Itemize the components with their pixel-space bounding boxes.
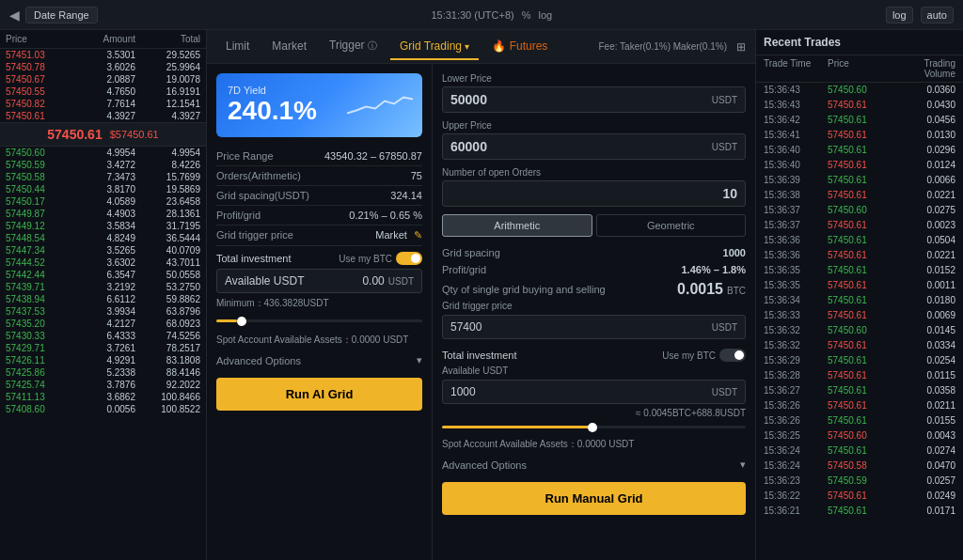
- trade-time: 15:36:33: [764, 310, 828, 320]
- open-orders-input[interactable]: 10: [442, 180, 746, 207]
- trade-time: 15:36:36: [764, 235, 828, 245]
- bid-row[interactable]: 57426.114.929183.1808: [0, 354, 206, 366]
- manual-invest-input[interactable]: 1000 USDT: [442, 380, 746, 404]
- tab-grid-trading[interactable]: Grid Trading ▾: [390, 34, 479, 60]
- ask-row[interactable]: 57451.033.530129.5265: [0, 49, 206, 61]
- bid-row[interactable]: 57449.874.490328.1361: [0, 208, 206, 220]
- ai-profit-grid-row: Profit/grid 0.21% – 0.65 %: [216, 206, 422, 226]
- trade-time: 15:36:34: [764, 295, 828, 305]
- bid-row[interactable]: 57438.946.611259.8862: [0, 293, 206, 305]
- bid-row[interactable]: 57437.533.993463.8796: [0, 305, 206, 318]
- bid-row[interactable]: 57408.600.0056100.8522: [0, 403, 206, 415]
- upper-price-input[interactable]: 60000 USDT: [442, 133, 746, 160]
- tab-market[interactable]: Market: [262, 34, 316, 60]
- bid-price: 57425.86: [6, 367, 71, 378]
- ai-slider-thumb[interactable]: [237, 317, 246, 326]
- bid-row[interactable]: 57429.713.726178.2517: [0, 342, 206, 354]
- ai-use-btc-toggle[interactable]: [396, 252, 422, 265]
- ai-available-usdt-input[interactable]: Available USDT 0.00 USDT: [216, 269, 422, 293]
- ai-advanced-options-row[interactable]: Advanced Options ▾: [216, 349, 422, 372]
- manual-qty-unit: BTC: [727, 286, 746, 296]
- tab-trigger[interactable]: Trigger ⓘ: [320, 33, 387, 60]
- tab-limit[interactable]: Limit: [216, 34, 259, 60]
- bid-row[interactable]: 57442.446.354750.0558: [0, 269, 206, 281]
- trade-row: 15:36:3257450.610.0334: [756, 338, 963, 353]
- bid-row[interactable]: 57450.443.817019.5869: [0, 183, 206, 195]
- lower-price-input[interactable]: 50000 USDT: [442, 86, 746, 113]
- bid-amount: 3.9934: [71, 306, 135, 317]
- bid-amount: 6.6112: [71, 294, 135, 304]
- bid-row[interactable]: 57439.713.219253.2750: [0, 281, 206, 293]
- bid-row[interactable]: 57448.544.824936.5444: [0, 232, 206, 244]
- manual-advanced-options-row[interactable]: Advanced Options ▾: [442, 453, 746, 476]
- bid-row[interactable]: 57450.587.347315.7699: [0, 171, 206, 183]
- bid-total: 53.2750: [135, 282, 200, 292]
- manual-use-btc-toggle[interactable]: .toggle-switch.off::after { left: 2px; r…: [719, 349, 746, 362]
- run-manual-grid-button[interactable]: Run Manual Grid: [442, 482, 746, 515]
- bid-row[interactable]: 57450.593.42728.4226: [0, 159, 206, 171]
- ask-total: 12.1541: [135, 99, 200, 109]
- ask-price: 57450.61: [6, 111, 71, 121]
- bid-row[interactable]: 57449.123.583431.7195: [0, 220, 206, 232]
- bid-row[interactable]: 57450.174.058923.6458: [0, 195, 206, 208]
- bid-row[interactable]: 57444.523.630243.7011: [0, 257, 206, 269]
- ask-row[interactable]: 57450.554.765016.9191: [0, 86, 206, 98]
- back-icon[interactable]: ◀: [9, 8, 20, 23]
- bid-total: 4.9954: [135, 148, 200, 158]
- manual-invest-unit: USDT: [712, 387, 737, 397]
- bid-amount: 3.7261: [71, 343, 135, 353]
- edit-icon[interactable]: ✎: [414, 229, 422, 241]
- bid-row[interactable]: 57425.743.787692.2022: [0, 379, 206, 391]
- trade-row: 15:36:2557450.600.0043: [756, 428, 963, 443]
- trade-price: 57450.61: [828, 280, 892, 290]
- trade-time: 15:36:39: [764, 175, 828, 185]
- trades-col-header: Trade Time Price Trading Volume: [756, 55, 963, 83]
- ask-row[interactable]: 57450.827.761412.1541: [0, 98, 206, 110]
- bid-row[interactable]: 57425.865.233888.4146: [0, 366, 206, 379]
- trade-volume: 0.0043: [892, 430, 955, 441]
- grid-trigger-input[interactable]: 57400 USDT: [442, 315, 746, 339]
- bid-amount: 0.0056: [71, 404, 135, 414]
- trades-container: 15:36:4357450.600.036015:36:4357450.610.…: [756, 83, 963, 519]
- bid-row[interactable]: 57450.604.99544.9954: [0, 147, 206, 159]
- trade-volume: 0.0249: [892, 490, 955, 501]
- bid-amount: 3.6302: [71, 257, 135, 268]
- bid-total: 40.0709: [135, 245, 200, 256]
- ai-profit-grid-label: Profit/grid: [216, 210, 260, 221]
- bid-amount: 4.9954: [71, 148, 135, 158]
- date-range-button[interactable]: Date Range: [25, 7, 98, 23]
- bid-total: 31.7195: [135, 221, 200, 231]
- run-ai-grid-button[interactable]: Run AI Grid: [216, 378, 422, 411]
- manual-profit-grid-value: 1.46% – 1.8%: [682, 264, 747, 275]
- ai-slider-container[interactable]: [216, 310, 422, 332]
- ai-use-my-btc-label: Use my BTC: [339, 254, 392, 264]
- time-display: 15:31:30 (UTC+8): [431, 9, 513, 21]
- arithmetic-button[interactable]: Arithmetic: [442, 214, 592, 237]
- tab-futures[interactable]: 🔥 Futures: [482, 34, 557, 60]
- trade-volume: 0.0254: [892, 355, 955, 366]
- manual-slider-thumb[interactable]: [588, 423, 597, 432]
- bid-row[interactable]: 57435.204.212768.0923: [0, 318, 206, 330]
- trade-time: 15:36:26: [764, 400, 828, 411]
- bid-row[interactable]: 57430.336.433374.5256: [0, 330, 206, 342]
- log-button[interactable]: log: [886, 7, 913, 23]
- bid-row[interactable]: 57411.133.6862100.8466: [0, 391, 206, 403]
- log-label: log: [539, 9, 553, 21]
- trade-time: 15:36:23: [764, 475, 828, 486]
- ask-row[interactable]: 57450.614.39274.3927: [0, 110, 206, 122]
- trade-time: 15:36:29: [764, 355, 828, 366]
- trade-price: 57450.61: [828, 175, 892, 185]
- grid-layout-icon[interactable]: ⊞: [736, 40, 746, 54]
- lower-price-unit: USDT: [712, 95, 737, 105]
- ai-orders-row: Orders(Arithmetic) 75: [216, 166, 422, 186]
- auto-button[interactable]: auto: [921, 7, 954, 23]
- geometric-button[interactable]: Geometric: [596, 214, 747, 237]
- bid-price: 57450.60: [6, 148, 71, 158]
- top-bar-left: ◀ Date Range: [9, 7, 98, 23]
- manual-slider-track[interactable]: [442, 426, 746, 428]
- ask-row[interactable]: 57450.783.602625.9964: [0, 61, 206, 73]
- lower-price-row: Lower Price 50000 USDT: [442, 73, 746, 113]
- top-bar: ◀ Date Range 15:31:30 (UTC+8) % log log …: [0, 0, 963, 30]
- ask-row[interactable]: 57450.672.088719.0078: [0, 73, 206, 86]
- bid-row[interactable]: 57447.343.526540.0709: [0, 244, 206, 257]
